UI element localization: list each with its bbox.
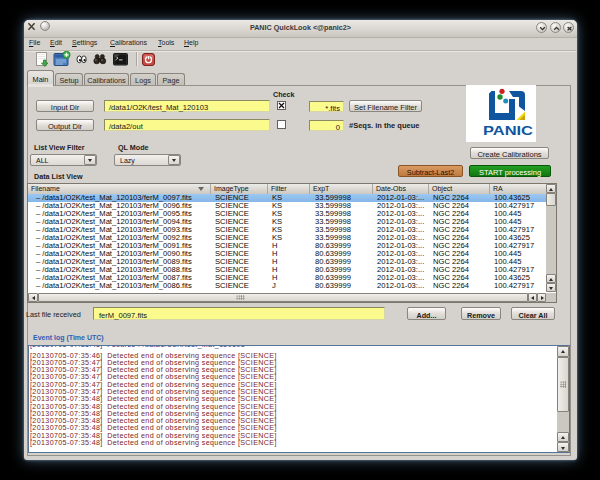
svg-text:PANIC: PANIC xyxy=(483,124,533,138)
